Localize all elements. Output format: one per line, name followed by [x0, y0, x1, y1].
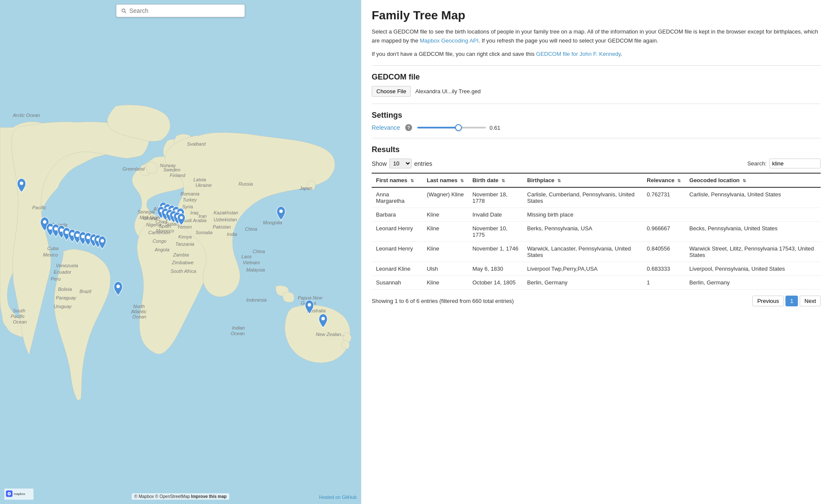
cell-last-names: Ulsh — [422, 262, 468, 276]
svg-text:Japan: Japan — [299, 186, 312, 191]
cell-relevance — [642, 208, 685, 222]
svg-text:Mongolia: Mongolia — [263, 220, 282, 225]
relevance-row: Relevance ? 0.61 — [372, 124, 821, 131]
col-relevance[interactable]: Relevance ⇅ — [642, 173, 685, 187]
entries-select[interactable]: 10 25 50 100 — [389, 159, 412, 168]
cell-geocoded-location: Berlin, Germany — [685, 276, 821, 290]
svg-text:Romania: Romania — [180, 191, 199, 196]
entries-label: entries — [414, 160, 432, 167]
settings-section: Settings Relevance ? 0.61 — [372, 111, 821, 131]
table-row: BarbaraKlineInvalid DateMissing birth pl… — [372, 208, 821, 222]
svg-text:Iraq: Iraq — [190, 210, 199, 215]
right-panel: Family Tree Map Select a GEDCOM file to … — [361, 0, 831, 504]
svg-point-98 — [279, 210, 283, 213]
svg-text:Indonesia: Indonesia — [246, 297, 267, 302]
show-search-row: Show 10 25 50 100 entries Search: — [372, 159, 821, 168]
col-geocoded-location[interactable]: Geocoded location ⇅ — [685, 173, 821, 187]
svg-text:Turkey: Turkey — [183, 197, 197, 202]
description-text-2: . If you refresh the page you will need … — [479, 37, 658, 44]
cell-last-names: Kline — [422, 242, 468, 262]
svg-text:Ocean: Ocean — [231, 331, 244, 336]
description-text-3: If you don't have a GEDCOM file, you can… — [372, 51, 536, 57]
gedcom-section: GEDCOM file Choose File Alexandra Ul...i… — [372, 73, 821, 97]
cell-first-names: Leonard Kline — [372, 262, 422, 276]
choose-file-button[interactable]: Choose File — [372, 86, 411, 97]
pagination-row: Showing 1 to 6 of 6 entries (filtered fr… — [372, 296, 821, 306]
relevance-value: 0.61 — [489, 125, 502, 131]
results-table: First names ⇅ Last names ⇅ Birth date ⇅ … — [372, 173, 821, 290]
cell-relevance: 0.840556 — [642, 242, 685, 262]
svg-text:Norway: Norway — [160, 163, 177, 168]
map-search-input[interactable] — [129, 7, 240, 14]
page-title: Family Tree Map — [372, 9, 821, 22]
col-last-names[interactable]: Last names ⇅ — [422, 173, 468, 187]
svg-text:South: South — [13, 308, 25, 313]
table-search-input[interactable] — [769, 159, 821, 168]
svg-text:Latvia: Latvia — [193, 177, 206, 182]
mapbox-logo: mapbox — [4, 489, 34, 500]
relevance-info-icon[interactable]: ? — [405, 124, 412, 131]
settings-section-title: Settings — [372, 111, 821, 120]
svg-point-101 — [321, 317, 325, 321]
svg-text:New Zealan...: New Zealan... — [316, 332, 345, 337]
svg-text:Syria: Syria — [182, 204, 193, 209]
table-row: Anna Margaretha(Wagner) KlineNovember 18… — [372, 187, 821, 208]
gedcom-file-name: Alexandra Ul...ily Tree.ged — [415, 88, 480, 95]
divider-1 — [372, 65, 821, 66]
svg-point-99 — [116, 285, 120, 288]
svg-point-74 — [20, 182, 23, 185]
map-search-box[interactable] — [116, 4, 245, 17]
map-search-overlay — [116, 4, 245, 17]
svg-text:Mexico: Mexico — [43, 252, 58, 257]
svg-point-104 — [9, 493, 10, 495]
svg-text:mapbox: mapbox — [14, 492, 25, 496]
table-header-row: First names ⇅ Last names ⇅ Birth date ⇅ … — [372, 173, 821, 187]
svg-text:Bolivia: Bolivia — [58, 287, 72, 292]
cell-birthplace: Berks, Pennsylvania, USA — [523, 222, 643, 242]
divider-3 — [372, 138, 821, 138]
svg-text:China: China — [245, 226, 257, 232]
svg-text:South Africa: South Africa — [171, 269, 196, 274]
relevance-slider[interactable] — [417, 127, 486, 128]
cell-relevance: 1 — [642, 276, 685, 290]
svg-text:Mali: Mali — [140, 215, 149, 220]
svg-text:Congo: Congo — [153, 238, 166, 244]
svg-point-86 — [43, 220, 46, 224]
cell-last-names: (Wagner) Kline — [422, 187, 468, 208]
mapbox-api-link[interactable]: Mapbox Geocoding API — [420, 37, 479, 44]
next-page-button[interactable]: Next — [800, 296, 821, 306]
cell-birthplace: Warwick, Lancaster, Pennsylvania, United… — [523, 242, 643, 262]
gedcom-file-row: Choose File Alexandra Ul...ily Tree.ged — [372, 86, 821, 97]
col-first-names[interactable]: First names ⇅ — [372, 173, 422, 187]
page-1-button[interactable]: 1 — [785, 296, 798, 306]
svg-text:Ecuador: Ecuador — [54, 269, 72, 275]
kennedy-gedcom-link[interactable]: GEDCOM file for John F. Kennedy — [536, 51, 621, 57]
svg-text:Brazil: Brazil — [79, 289, 92, 294]
svg-text:India: India — [227, 232, 237, 237]
previous-page-button[interactable]: Previous — [752, 296, 784, 306]
svg-text:Senegal: Senegal — [137, 209, 155, 214]
svg-text:Zambia: Zambia — [173, 252, 189, 257]
cell-first-names: Anna Margaretha — [372, 187, 422, 208]
map-section: Arctic Ocean Greenland Canada Russia Chi… — [0, 0, 361, 504]
show-label: Show — [372, 160, 387, 167]
svg-text:Finland: Finland — [170, 173, 186, 178]
search-icon — [121, 8, 127, 14]
cell-birth-date: November 18, 1778 — [468, 187, 522, 208]
cell-last-names: Kline — [422, 208, 468, 222]
cell-birthplace: Missing birth place — [523, 208, 643, 222]
table-row: Leonard HenryKlineNovember 1, 1746Warwic… — [372, 242, 821, 262]
svg-text:Laos: Laos — [241, 254, 252, 259]
svg-text:Yemen: Yemen — [177, 224, 192, 229]
cell-geocoded-location: Becks, Pennsylvania, United States — [685, 222, 821, 242]
svg-text:Svalbard: Svalbard — [187, 141, 206, 147]
hosted-on-github-link[interactable]: Hosted on GitHub — [319, 495, 357, 500]
col-birthplace[interactable]: Birthplace ⇅ — [523, 173, 643, 187]
cell-birth-date: Invalid Date — [468, 208, 522, 222]
pagination-buttons: Previous 1 Next — [752, 296, 821, 306]
gedcom-section-title: GEDCOM file — [372, 73, 821, 82]
svg-text:Vietnam: Vietnam — [243, 260, 260, 265]
col-birth-date[interactable]: Birth date ⇅ — [468, 173, 522, 187]
relevance-label[interactable]: Relevance — [372, 124, 400, 131]
table-row: Leonard KlineUlshMay 6, 1830Liverpool Tw… — [372, 262, 821, 276]
